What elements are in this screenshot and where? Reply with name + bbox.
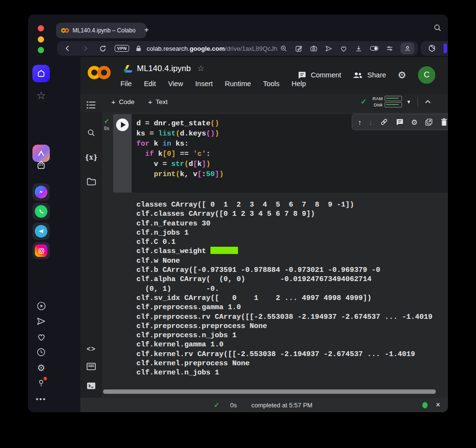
- comment-cell-button[interactable]: [396, 118, 404, 126]
- notification-dot: [44, 377, 47, 380]
- menu-edit[interactable]: Edit: [141, 79, 158, 89]
- vpn-badge[interactable]: VPN: [115, 45, 129, 52]
- runtime-dropdown-caret[interactable]: ▼: [406, 99, 411, 105]
- run-cell-button[interactable]: [116, 119, 129, 131]
- search-rail-button[interactable]: [80, 128, 102, 137]
- download-button[interactable]: [355, 45, 363, 53]
- url-host: google.com: [190, 45, 225, 52]
- code-line[interactable]: ks = list(d.keys()): [136, 129, 223, 139]
- resource-meter[interactable]: RAM Disk: [371, 96, 402, 107]
- browser-sidebar: ☆: [28, 15, 54, 412]
- heart-icon: [36, 332, 46, 342]
- history-button[interactable]: [28, 347, 54, 357]
- url-bar[interactable]: VPN colab.research.google.com/drive/1axL…: [57, 41, 418, 56]
- terminal-rail-button[interactable]: [80, 382, 102, 390]
- mirror-cell-button[interactable]: [425, 118, 433, 126]
- output-line: clf.n_features 30: [136, 219, 432, 228]
- code-line[interactable]: print(k, v[:50]): [136, 169, 223, 179]
- favorites-star-icon[interactable]: ☆: [28, 90, 54, 102]
- comment-button[interactable]: Comment: [298, 71, 342, 80]
- delete-cell-button[interactable]: [440, 118, 448, 126]
- send-button[interactable]: [28, 316, 54, 327]
- add-code-button[interactable]: +Code: [111, 98, 134, 106]
- messenger-app-button[interactable]: [32, 183, 50, 201]
- code-snippets-rail-button[interactable]: <>: [80, 345, 102, 353]
- command-palette-rail-button[interactable]: [80, 362, 102, 371]
- connected-check-icon: ✓: [361, 97, 367, 106]
- notebook-filename[interactable]: ML140.4.ipynb: [137, 64, 191, 74]
- share-button[interactable]: Share: [353, 71, 386, 79]
- cell-settings-gear-icon[interactable]: ⚙: [411, 119, 417, 126]
- share-page-button[interactable]: [325, 45, 333, 53]
- link-cell-button[interactable]: [380, 118, 388, 126]
- menu-insert[interactable]: Insert: [193, 79, 215, 89]
- code-line[interactable]: d = dnr.get_state(): [136, 119, 223, 129]
- cell-exec-time: 0s: [104, 126, 109, 131]
- code-line[interactable]: if k[0] == 'c':: [136, 149, 223, 159]
- dismiss-status-button[interactable]: ×: [436, 401, 440, 409]
- back-button[interactable]: [64, 45, 72, 52]
- colab-app: ML140.4.ipynb ☆ FileEditViewInsertRuntim…: [80, 57, 448, 412]
- media-button[interactable]: [28, 301, 54, 311]
- output-line: clf.classes CArray([0 1 2 3 4 5 6 7 8 9]…: [136, 209, 432, 219]
- colab-logo[interactable]: [87, 64, 112, 81]
- cell-executed-check-icon: ✓: [104, 118, 109, 125]
- output-line: clf.preprocess.rv CArray([[-2.553038 -2.…: [136, 313, 432, 322]
- horizontal-scrollbar[interactable]: [103, 389, 436, 394]
- profile-button[interactable]: [401, 43, 414, 54]
- variables-rail-button[interactable]: {x}: [80, 153, 102, 161]
- menu-file[interactable]: File: [118, 79, 134, 89]
- code-line[interactable]: for k in ks:: [136, 139, 223, 149]
- notebook-area: ✓ 0s d = dnr.get_state()ks = list(d.keys…: [102, 112, 448, 398]
- tabbar-search-button[interactable]: [433, 23, 442, 32]
- menu-runtime[interactable]: Runtime: [223, 79, 253, 89]
- arc-icon: [36, 149, 46, 158]
- star-notebook-icon[interactable]: ☆: [197, 63, 205, 74]
- extension-cube-button[interactable]: [428, 44, 436, 53]
- menu-tools[interactable]: Tools: [261, 79, 282, 89]
- share-label: Share: [367, 71, 386, 79]
- move-cell-down-button[interactable]: ↓: [369, 119, 373, 126]
- favorites-button[interactable]: [28, 332, 54, 342]
- compose-button[interactable]: [295, 45, 303, 53]
- output-line: (0, 1) -0.: [136, 284, 432, 294]
- screenshot-button[interactable]: [310, 45, 318, 53]
- table-of-contents-icon[interactable]: [86, 101, 96, 109]
- paper-plane-icon: [36, 316, 46, 327]
- move-cell-up-button[interactable]: ↑: [358, 119, 362, 126]
- highlighted-value-block[interactable]: [210, 247, 238, 254]
- code-editor[interactable]: d = dnr.get_state()ks = list(d.keys())fo…: [136, 119, 223, 179]
- files-rail-button[interactable]: [80, 178, 102, 186]
- add-text-button[interactable]: +Text: [148, 98, 168, 106]
- shopping-bag-button[interactable]: [28, 160, 54, 170]
- new-tab-button[interactable]: +: [140, 24, 153, 36]
- home-space-button[interactable]: [32, 65, 50, 82]
- window-close-light[interactable]: [38, 25, 44, 31]
- browser-tab[interactable]: ML140.4.ipynb – Colabo: [56, 23, 146, 38]
- instagram-app-button[interactable]: [32, 242, 50, 259]
- refresh-button[interactable]: [99, 45, 107, 53]
- boosts-button[interactable]: [28, 378, 54, 388]
- site-settings-button[interactable]: [386, 45, 394, 53]
- lock-icon: [135, 45, 142, 52]
- account-avatar[interactable]: C: [418, 66, 435, 84]
- active-extension-indicator[interactable]: [444, 44, 447, 53]
- window-zoom-light[interactable]: [38, 47, 44, 53]
- code-line[interactable]: v = str(d[k]): [136, 159, 223, 169]
- more-button[interactable]: •••: [28, 395, 54, 403]
- ram-label: RAM: [371, 96, 383, 101]
- zoom-page-button[interactable]: [280, 45, 288, 53]
- settings-button[interactable]: ⚙: [28, 362, 54, 373]
- telegram-app-button[interactable]: [32, 223, 50, 240]
- url-text[interactable]: colab.research.google.com/drive/1axL89Qc…: [147, 45, 277, 52]
- dark-mode-toggle[interactable]: [370, 45, 379, 52]
- window-minimize-light[interactable]: [38, 36, 44, 43]
- cell-output: classes CArray([ 0 1 2 3 4 5 6 7 8 9 -1]…: [136, 200, 432, 378]
- whatsapp-app-button[interactable]: [32, 203, 50, 220]
- settings-gear-icon[interactable]: ⚙: [398, 69, 406, 81]
- menu-view[interactable]: View: [165, 79, 185, 89]
- collapse-toolbar-button[interactable]: [424, 98, 431, 105]
- forward-button[interactable]: [81, 45, 89, 52]
- favorite-page-button[interactable]: [340, 45, 348, 53]
- comment-label: Comment: [311, 71, 342, 79]
